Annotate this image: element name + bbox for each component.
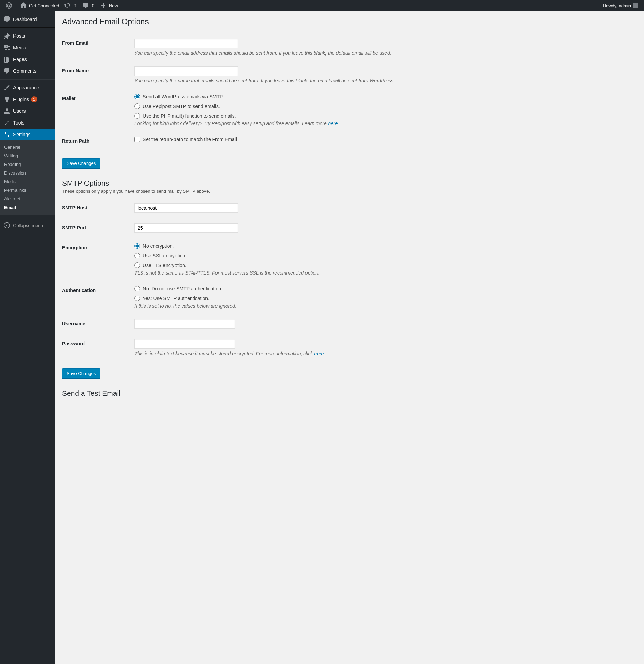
from-name-desc: You can specify the name that emails sho…: [134, 78, 634, 83]
avatar: [633, 3, 638, 8]
plugins-update-badge: 1: [31, 96, 37, 102]
main-content: Advanced Email Options From Email You ca…: [55, 0, 644, 406]
smtp-host-input[interactable]: [134, 203, 238, 213]
updates-count: 1: [74, 3, 77, 8]
howdy-prefix: Howdy,: [603, 3, 617, 8]
encryption-label: Encryption: [62, 238, 131, 281]
password-desc: This is in plain text because it must be…: [134, 351, 634, 356]
auth-option-no[interactable]: No: Do not use SMTP authentication.: [134, 286, 634, 291]
sidebar-item-pages[interactable]: Pages: [0, 53, 55, 65]
sidebar-item-posts[interactable]: Posts: [0, 30, 55, 42]
admin-sidebar: Dashboard Posts Media Pages Comments App…: [0, 11, 55, 406]
comment-icon: [3, 68, 10, 75]
mailer-radio-smtp[interactable]: [134, 94, 140, 99]
sidebar-item-plugins[interactable]: Plugins 1: [0, 93, 55, 105]
sidebar-item-settings[interactable]: Settings: [0, 129, 55, 140]
test-email-heading: Send a Test Email: [62, 389, 637, 397]
sidebar-item-users[interactable]: Users: [0, 105, 55, 117]
comments-link[interactable]: 0: [80, 0, 97, 11]
home-icon: [20, 2, 27, 9]
submenu-email[interactable]: Email: [0, 203, 55, 212]
auth-radio-no[interactable]: [134, 286, 140, 291]
password-label: Password: [62, 334, 131, 361]
username-input[interactable]: [134, 319, 235, 329]
mailer-label: Mailer: [62, 89, 131, 131]
smtp-port-input[interactable]: [134, 223, 238, 233]
return-path-option[interactable]: Set the return-path to match the From Em…: [134, 137, 634, 142]
submenu-permalinks[interactable]: Permalinks: [0, 186, 55, 195]
return-path-label: Return Path: [62, 131, 131, 151]
plus-icon: [100, 2, 107, 9]
username-label: Username: [62, 314, 131, 334]
wp-logo[interactable]: [3, 0, 17, 11]
auth-label: Authentication: [62, 281, 131, 314]
comments-count: 0: [92, 3, 94, 8]
admin-bar: Get Connected 1 0 New Howdy, admin: [0, 0, 644, 11]
smtp-options-sub: These options only apply if you have cho…: [62, 189, 637, 194]
pin-icon: [3, 32, 10, 39]
smtp-options-heading: SMTP Options: [62, 179, 637, 187]
wordpress-icon: [6, 2, 12, 9]
encryption-radio-ssl[interactable]: [134, 253, 140, 258]
page-icon: [3, 56, 10, 63]
smtp-port-label: SMTP Port: [62, 218, 131, 238]
return-path-checkbox[interactable]: [134, 137, 140, 142]
encryption-option-tls[interactable]: Use TLS encryption.: [134, 262, 634, 268]
sidebar-item-dashboard[interactable]: Dashboard: [0, 13, 55, 25]
mailer-option-pepipost[interactable]: Use Pepipost SMTP to send emails.: [134, 103, 634, 109]
site-name: Get Connected: [29, 3, 59, 8]
dashboard-icon: [3, 16, 10, 23]
mailer-option-smtp[interactable]: Send all WordPress emails via SMTP.: [134, 94, 634, 99]
page-title: Advanced Email Options: [62, 17, 637, 27]
new-label: New: [109, 3, 118, 8]
submenu-reading[interactable]: Reading: [0, 160, 55, 169]
mailer-radio-phpmail[interactable]: [134, 113, 140, 119]
updates-link[interactable]: 1: [62, 0, 79, 11]
sidebar-item-comments[interactable]: Comments: [0, 65, 55, 77]
sliders-icon: [3, 131, 10, 138]
encryption-radio-tls[interactable]: [134, 262, 140, 268]
auth-radio-yes[interactable]: [134, 296, 140, 301]
from-email-label: From Email: [62, 33, 131, 61]
site-name-link[interactable]: Get Connected: [17, 0, 62, 11]
password-info-link[interactable]: here: [314, 351, 324, 356]
wrench-icon: [3, 119, 10, 126]
brush-icon: [3, 84, 10, 91]
user-icon: [3, 108, 10, 115]
sidebar-item-tools[interactable]: Tools: [0, 117, 55, 129]
media-icon: [3, 44, 10, 51]
submenu-general[interactable]: General: [0, 143, 55, 151]
account-link[interactable]: Howdy, admin: [600, 0, 641, 11]
submenu-writing[interactable]: Writing: [0, 151, 55, 160]
password-input[interactable]: [134, 339, 235, 349]
pepipost-link[interactable]: here: [328, 121, 338, 126]
auth-option-yes[interactable]: Yes: Use SMTP authentication.: [134, 296, 634, 301]
encryption-option-none[interactable]: No encryption.: [134, 243, 634, 249]
sidebar-item-appearance[interactable]: Appearance: [0, 82, 55, 93]
from-email-input[interactable]: [134, 39, 238, 48]
auth-desc: If this is set to no, the values below a…: [134, 303, 634, 309]
save-changes-button-1[interactable]: Save Changes: [62, 158, 100, 169]
sidebar-item-media[interactable]: Media: [0, 42, 55, 53]
mailer-option-phpmail[interactable]: Use the PHP mail() function to send emai…: [134, 113, 634, 119]
from-name-label: From Name: [62, 61, 131, 89]
submenu-akismet[interactable]: Akismet: [0, 195, 55, 203]
plug-icon: [3, 96, 10, 103]
encryption-desc: TLS is not the same as STARTTLS. For mos…: [134, 270, 634, 276]
comment-icon: [82, 2, 89, 9]
smtp-host-label: SMTP Host: [62, 198, 131, 218]
from-email-desc: You can specify the email address that e…: [134, 50, 634, 56]
settings-submenu: General Writing Reading Discussion Media…: [0, 140, 55, 215]
encryption-option-ssl[interactable]: Use SSL encryption.: [134, 253, 634, 258]
user-name: admin: [619, 3, 631, 8]
new-content-link[interactable]: New: [97, 0, 121, 11]
submenu-discussion[interactable]: Discussion: [0, 169, 55, 177]
submenu-media[interactable]: Media: [0, 177, 55, 186]
collapse-icon: [3, 222, 10, 229]
encryption-radio-none[interactable]: [134, 243, 140, 249]
mailer-radio-pepipost[interactable]: [134, 103, 140, 109]
update-icon: [64, 2, 71, 9]
collapse-menu[interactable]: Collapse menu: [0, 219, 55, 231]
from-name-input[interactable]: [134, 66, 238, 76]
save-changes-button-2[interactable]: Save Changes: [62, 368, 100, 379]
